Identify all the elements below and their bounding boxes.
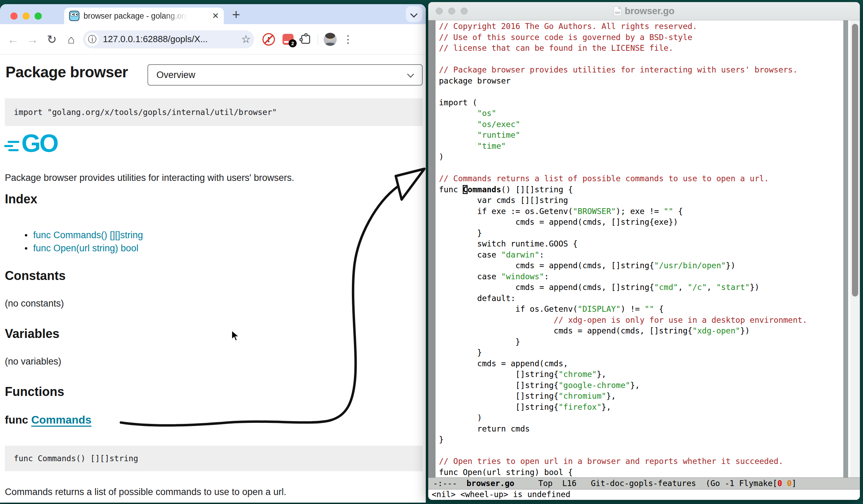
code-line: cmds = append(cmds, []string{"/usr/bin/o… [439, 260, 842, 271]
code-line: cmds = append(cmds, []string{"xdg-open"}… [439, 326, 842, 337]
doc-section-select[interactable]: Overview [147, 64, 423, 86]
code-line: func Commands() [][]string { [439, 184, 842, 195]
code-line: ) [439, 152, 842, 163]
bookmark-star-icon[interactable]: ☆ [241, 33, 251, 46]
profile-avatar[interactable] [324, 33, 337, 46]
adblock-extension-icon[interactable]: 2 [282, 34, 294, 45]
index-link-commands[interactable]: func Commands() [][]string [33, 230, 143, 241]
desktop: { "desktop": { "background_color": "#0d4… [0, 0, 863, 504]
file-document-icon: GO [614, 6, 621, 16]
doc-section-select-value: Overview [156, 70, 195, 80]
code-line: "time" [439, 141, 842, 152]
editor-title: GO browser.go [614, 6, 674, 17]
code-line: var cmds [][]string [439, 195, 842, 206]
code-line: switch runtime.GOOS { [439, 239, 842, 250]
code-line: package browser [439, 76, 842, 87]
left-scrollbar-strip[interactable] [428, 20, 435, 477]
go-logo-speed-lines-icon [6, 139, 21, 154]
tab-search-button[interactable] [406, 6, 422, 22]
code-line [439, 163, 842, 174]
code-line: []string{"chromium"}, [439, 391, 842, 402]
func-doc-text: Commands returns a list of possible comm… [5, 487, 286, 497]
package-intro: Package browser provides utilities for i… [5, 173, 294, 183]
code-line: cmds = append(cmds, []string{"cmd", "/c"… [439, 282, 842, 293]
code-line: "os" [439, 108, 842, 119]
echo-area: <nil> <wheel-up> is undefined [428, 490, 860, 500]
func-commands-heading: func Commands [5, 414, 92, 426]
content-blocker-extension-icon[interactable]: ↕ [262, 33, 275, 46]
go-logo: GO [6, 133, 71, 159]
maximize-window-button[interactable] [35, 12, 42, 20]
maximize-window-button[interactable] [461, 8, 468, 14]
code-line: } [439, 337, 842, 348]
scrollbar-track[interactable] [850, 20, 860, 477]
code-line: "os/exec" [439, 119, 842, 130]
code-area[interactable]: // Copyright 2016 The Go Authors. All ri… [435, 20, 842, 477]
site-info-icon[interactable]: ⓘ [86, 33, 99, 46]
import-code-block: import "golang.org/x/tools/gopls/interna… [5, 98, 423, 126]
address-bar[interactable]: ⓘ 127.0.0.1:62888/gopls/X... ☆ [83, 30, 254, 48]
reload-button[interactable]: ↻ [42, 33, 61, 45]
editor-titlebar[interactable]: GO browser.go [428, 2, 860, 20]
variables-heading: Variables [5, 327, 59, 341]
code-line: if exe := os.Getenv("BROWSER"); exe != "… [439, 206, 842, 217]
editor-body: // Copyright 2016 The Go Authors. All ri… [428, 20, 860, 477]
code-line [439, 445, 842, 456]
code-line: // Package browser provides utilities fo… [439, 65, 842, 76]
gopls-doc-page: Package browser Overview import "golang.… [0, 55, 426, 502]
code-line: } [439, 434, 842, 445]
scrollbar-thumb[interactable] [852, 24, 858, 297]
code-line: ) [439, 413, 842, 424]
code-line [439, 86, 842, 97]
browser-tab[interactable]: browser package - golang.org ✕ [64, 8, 224, 24]
back-button[interactable]: ← [3, 33, 23, 45]
code-line: case "windows": [439, 271, 842, 282]
code-line: // Copyright 2016 The Go Authors. All ri… [439, 21, 842, 32]
editor-title-text: browser.go [625, 6, 674, 17]
gopher-favicon-icon [69, 11, 79, 21]
page-title: Package browser [6, 64, 128, 81]
code-line: // xdg-open is only for use in a desktop… [439, 315, 842, 326]
code-line: // Open tries to open url in a browser a… [439, 456, 842, 467]
constants-heading: Constants [5, 269, 66, 283]
window-controls [10, 12, 42, 20]
forward-button[interactable]: → [23, 33, 42, 45]
func-signature-block: func Commands() [][]string [5, 446, 423, 471]
extensions-puzzle-icon[interactable] [301, 35, 310, 44]
toolbar-divider [318, 34, 318, 45]
functions-heading: Functions [5, 385, 64, 399]
code-line: // license that can be found in the LICE… [439, 43, 842, 54]
func-keyword: func [5, 414, 31, 426]
browser-window: browser package - golang.org ✕ + ← → ↻ ⌂… [0, 4, 426, 503]
index-heading: Index [5, 192, 37, 206]
home-button[interactable]: ⌂ [61, 33, 81, 45]
extension-icons: ↕ 2 [262, 33, 310, 46]
commands-link[interactable]: Commands [31, 414, 91, 426]
close-window-button[interactable] [436, 8, 443, 14]
browser-toolbar: ← → ↻ ⌂ ⓘ 127.0.0.1:62888/gopls/X... ☆ ↕… [0, 24, 426, 55]
variables-empty-text: (no variables) [5, 356, 61, 367]
code-line: if os.Getenv("DISPLAY") != "" { [439, 304, 842, 315]
tab-close-icon[interactable]: ✕ [212, 12, 219, 20]
minimize-window-button[interactable] [22, 12, 30, 20]
code-line [439, 54, 842, 65]
editor-window-controls [436, 8, 468, 14]
url-text[interactable]: 127.0.0.1:62888/gopls/X... [103, 34, 208, 45]
browser-menu-icon[interactable]: ⋮ [343, 33, 353, 45]
new-tab-button[interactable]: + [232, 7, 240, 22]
minimize-window-button[interactable] [448, 8, 455, 14]
code-line: } [439, 347, 842, 358]
code-line: case "darwin": [439, 250, 842, 261]
index-link-open[interactable]: func Open(url string) bool [33, 243, 138, 254]
code-line: func Open(url string) bool { [439, 467, 842, 478]
mode-line: -:--- browser.go Top L16 Git-doc-gopls-f… [428, 477, 860, 490]
tab-strip: browser package - golang.org ✕ + [0, 4, 426, 24]
code-line: // Use of this source code is governed b… [439, 32, 842, 43]
right-gutter-strip [843, 20, 848, 477]
chevron-down-icon [410, 10, 418, 18]
code-line: []string{"google-chrome"}, [439, 380, 842, 391]
extension-badge: 2 [289, 39, 297, 47]
code-line: cmds = append(cmds, []string{exe}) [439, 217, 842, 228]
close-window-button[interactable] [10, 12, 18, 20]
code-line: []string{"chrome"}, [439, 369, 842, 380]
